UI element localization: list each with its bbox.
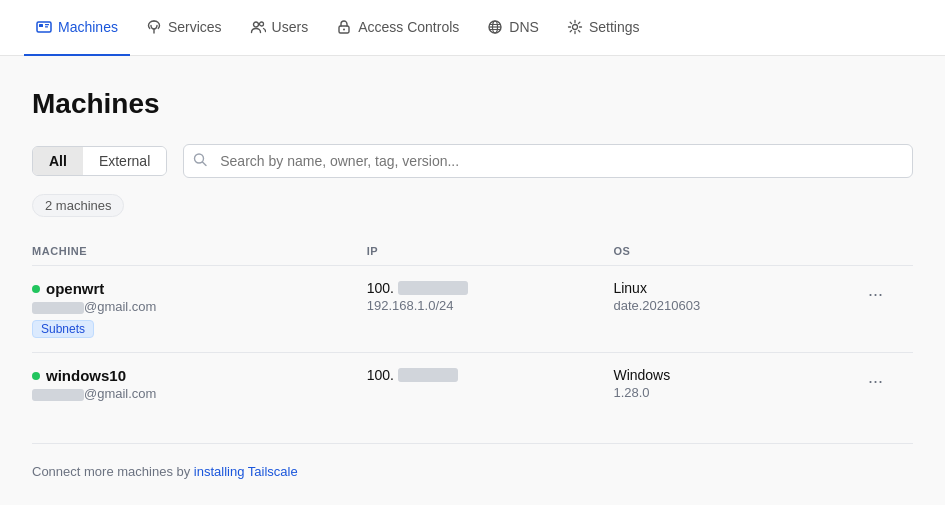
svg-point-5: [253, 22, 258, 27]
machines-table: MACHINE IP OS openwrt @gmail.com Subnets…: [32, 237, 913, 415]
footer-note: Connect more machines by installing Tail…: [32, 443, 913, 479]
table-row: openwrt @gmail.com Subnets 100. 192.168.…: [32, 266, 913, 353]
svg-rect-0: [37, 22, 51, 32]
svg-line-16: [203, 162, 207, 166]
owner-suffix: @gmail.com: [84, 299, 156, 314]
os-name: Windows: [613, 367, 860, 383]
main-content: Machines All External 2 machines MACHINE…: [0, 56, 945, 503]
nav-item-machines[interactable]: Machines: [24, 0, 130, 56]
owner-redacted: [32, 389, 84, 401]
install-tailscale-link[interactable]: installing Tailscale: [194, 464, 298, 479]
tab-all[interactable]: All: [33, 147, 83, 175]
nav-item-users[interactable]: Users: [238, 0, 321, 56]
machines-icon: [36, 19, 52, 35]
nav-label-access-controls: Access Controls: [358, 19, 459, 35]
os-version: date.20210603: [613, 298, 860, 313]
machine-hostname: openwrt: [46, 280, 104, 297]
machine-hostname: windows10: [46, 367, 126, 384]
footer-text-before: Connect more machines by: [32, 464, 194, 479]
os-version: 1.28.0: [613, 385, 860, 400]
top-nav: Machines Services Users: [0, 0, 945, 56]
ip-redacted: [398, 281, 468, 295]
ip-secondary: 192.168.1.0/24: [367, 298, 614, 313]
nav-label-machines: Machines: [58, 19, 118, 35]
svg-rect-3: [45, 26, 48, 27]
status-dot: [32, 285, 40, 293]
machine-name: openwrt: [32, 280, 367, 297]
ip-prefix: 100.: [367, 367, 394, 383]
count-badge: 2 machines: [32, 194, 124, 217]
machine-tag[interactable]: Subnets: [32, 320, 94, 338]
owner-suffix: @gmail.com: [84, 386, 156, 401]
svg-point-8: [343, 28, 345, 30]
col-header-machine: MACHINE: [32, 237, 367, 266]
ip-primary: 100.: [367, 367, 614, 383]
more-actions-button[interactable]: ···: [860, 367, 891, 396]
nav-label-settings: Settings: [589, 19, 640, 35]
gear-icon: [567, 19, 583, 35]
nav-item-services[interactable]: Services: [134, 0, 234, 56]
nav-label-services: Services: [168, 19, 222, 35]
ip-redacted: [398, 368, 458, 382]
nav-item-settings[interactable]: Settings: [555, 0, 652, 56]
svg-rect-1: [39, 24, 43, 27]
nav-label-dns: DNS: [509, 19, 539, 35]
svg-rect-2: [45, 24, 49, 25]
nav-item-access-controls[interactable]: Access Controls: [324, 0, 471, 56]
machine-name: windows10: [32, 367, 367, 384]
os-name: Linux: [613, 280, 860, 296]
services-icon: [146, 19, 162, 35]
col-header-os: OS: [613, 237, 860, 266]
page-title: Machines: [32, 88, 913, 120]
table-row: windows10 @gmail.com 100. Windows 1.28.0…: [32, 353, 913, 416]
machine-owner: @gmail.com: [32, 386, 367, 401]
tab-group: All External: [32, 146, 167, 176]
lock-icon: [336, 19, 352, 35]
col-header-actions: [860, 237, 913, 266]
filter-bar: All External: [32, 144, 913, 178]
ip-primary: 100.: [367, 280, 614, 296]
nav-item-dns[interactable]: DNS: [475, 0, 551, 56]
users-icon: [250, 19, 266, 35]
col-header-ip: IP: [367, 237, 614, 266]
search-input[interactable]: [183, 144, 913, 178]
more-actions-button[interactable]: ···: [860, 280, 891, 309]
nav-label-users: Users: [272, 19, 309, 35]
machine-owner: @gmail.com: [32, 299, 367, 314]
svg-point-14: [572, 24, 577, 29]
status-dot: [32, 372, 40, 380]
owner-redacted: [32, 302, 84, 314]
tab-external[interactable]: External: [83, 147, 166, 175]
svg-point-6: [259, 22, 263, 26]
ip-prefix: 100.: [367, 280, 394, 296]
globe-icon: [487, 19, 503, 35]
search-wrap: [183, 144, 913, 178]
search-icon: [193, 153, 207, 170]
